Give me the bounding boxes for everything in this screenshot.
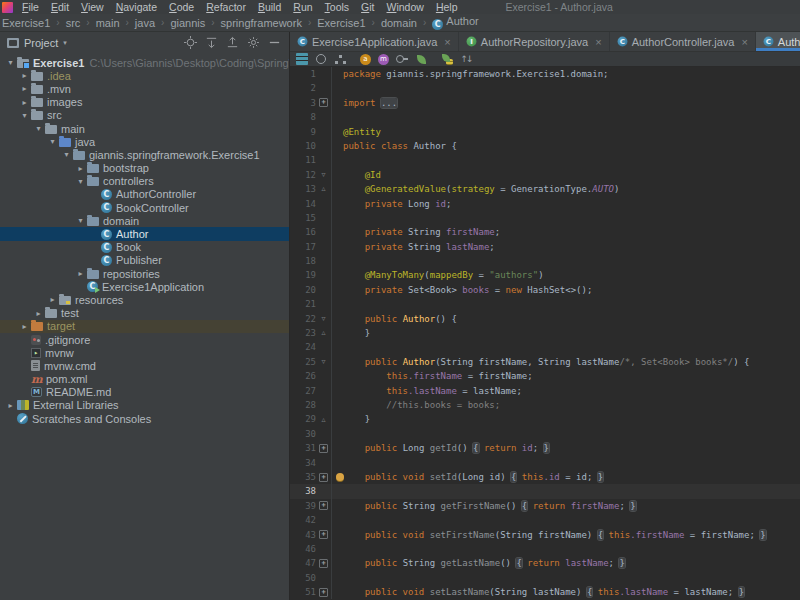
tree-item-resources[interactable]: ▸resources bbox=[0, 293, 289, 306]
code-line-10[interactable]: 10public class Author { bbox=[290, 139, 800, 153]
menu-edit[interactable]: Edit bbox=[45, 1, 75, 13]
chevron-collapsed-icon[interactable]: ▸ bbox=[74, 269, 87, 278]
fold-region-icon[interactable]: ▿ bbox=[316, 312, 332, 326]
code-line-16[interactable]: 16 private String firstName; bbox=[290, 225, 800, 239]
code-line-42[interactable]: 42 bbox=[290, 513, 800, 527]
locate-file-icon[interactable] bbox=[184, 36, 197, 49]
fold-expand-icon[interactable]: + bbox=[316, 441, 332, 455]
breadcrumb-item-main[interactable]: main bbox=[94, 17, 122, 29]
menu-git[interactable]: Git bbox=[355, 1, 380, 13]
code-line-29[interactable]: 29▵ } bbox=[290, 412, 800, 426]
key-icon[interactable] bbox=[396, 53, 408, 65]
menu-code[interactable]: Code bbox=[163, 1, 200, 13]
tree-item-controllers[interactable]: ▾controllers bbox=[0, 175, 289, 188]
fold-region-icon[interactable]: ▿ bbox=[316, 168, 332, 182]
fold-expand-icon[interactable]: + bbox=[316, 96, 332, 110]
chevron-expanded-icon[interactable]: ▾ bbox=[74, 177, 87, 186]
code-line-14[interactable]: 14 private Long id; bbox=[290, 197, 800, 211]
tree-item-main[interactable]: ▾main bbox=[0, 122, 289, 135]
code-line-8[interactable]: 8 bbox=[290, 110, 800, 124]
code-line-13[interactable]: 13▵ @GeneratedValue(strategy = Generatio… bbox=[290, 182, 800, 196]
breadcrumb-item-src[interactable]: src bbox=[64, 17, 83, 29]
fold-plus-icon[interactable]: + bbox=[319, 559, 328, 568]
code-line-12[interactable]: 12▿ @Id bbox=[290, 168, 800, 182]
tree-item-java[interactable]: ▾java bbox=[0, 135, 289, 148]
code-line-30[interactable]: 30 bbox=[290, 427, 800, 441]
menu-help[interactable]: Help bbox=[430, 1, 464, 13]
code-line-43[interactable]: 43+ public void setFirstName(String firs… bbox=[290, 528, 800, 542]
fold-expand-icon[interactable]: + bbox=[316, 470, 332, 484]
tree-item-publisher[interactable]: Publisher bbox=[0, 254, 289, 267]
close-tab-icon[interactable]: × bbox=[444, 36, 450, 48]
code-line-25[interactable]: 25▿ public Author(String firstName, Stri… bbox=[290, 355, 800, 369]
chevron-collapsed-icon[interactable]: ▸ bbox=[18, 84, 31, 93]
tree-item-bootstrap[interactable]: ▸bootstrap bbox=[0, 162, 289, 175]
breadcrumb-item-exercise1[interactable]: Exercise1 bbox=[0, 17, 52, 29]
tree-item-bookcontroller[interactable]: BookController bbox=[0, 201, 289, 214]
fold-expand-icon[interactable]: + bbox=[316, 585, 332, 599]
menu-navigate[interactable]: Navigate bbox=[110, 1, 163, 13]
code-line-31[interactable]: 31+ public Long getId() { return id; } bbox=[290, 441, 800, 455]
chevron-collapsed-icon[interactable]: ▸ bbox=[18, 71, 31, 80]
fold-plus-icon[interactable]: + bbox=[319, 98, 328, 107]
close-tab-icon[interactable]: × bbox=[741, 36, 747, 48]
tree-item-author[interactable]: Author bbox=[0, 227, 289, 240]
menu-view[interactable]: View bbox=[75, 1, 110, 13]
code-line-9[interactable]: 9@Entity bbox=[290, 125, 800, 139]
tree-item-book[interactable]: Book bbox=[0, 241, 289, 254]
tree-item-src[interactable]: ▾src bbox=[0, 109, 289, 122]
menu-run[interactable]: Run bbox=[287, 1, 318, 13]
fold-region-icon[interactable]: ▵ bbox=[316, 412, 332, 426]
code-line-50[interactable]: 50 bbox=[290, 571, 800, 585]
chevron-collapsed-icon[interactable]: ▸ bbox=[74, 164, 87, 173]
menu-refactor[interactable]: Refactor bbox=[200, 1, 252, 13]
code-line-19[interactable]: 19 @ManyToMany(mappedBy = "authors") bbox=[290, 268, 800, 282]
target-icon[interactable] bbox=[315, 53, 327, 65]
code-editor[interactable]: 1package giannis.springframework.Exercis… bbox=[290, 67, 800, 600]
tab-exercise1application-java[interactable]: Exercise1Application.java× bbox=[290, 32, 459, 51]
code-line-46[interactable]: 46 bbox=[290, 542, 800, 556]
code-line-22[interactable]: 22▿ public Author() { bbox=[290, 312, 800, 326]
code-line-34[interactable]: 34 bbox=[290, 456, 800, 470]
menu-window[interactable]: Window bbox=[381, 1, 430, 13]
chevron-collapsed-icon[interactable]: ▸ bbox=[46, 295, 59, 304]
breadcrumb-item-exercise1[interactable]: Exercise1 bbox=[315, 17, 367, 29]
ddl-icon[interactable] bbox=[296, 53, 308, 65]
structure-icon[interactable] bbox=[334, 53, 346, 65]
tab-author-java[interactable]: Author.java× bbox=[756, 32, 800, 51]
tree-item-images[interactable]: ▸images bbox=[0, 96, 289, 109]
code-line-15[interactable]: 15 bbox=[290, 211, 800, 225]
tree-item-scratches-and-consoles[interactable]: Scratches and Consoles bbox=[0, 412, 289, 425]
project-panel-title[interactable]: Project bbox=[24, 37, 58, 49]
code-line-27[interactable]: 27 this.lastName = lastName; bbox=[290, 384, 800, 398]
fold-region-icon[interactable]: ▵ bbox=[316, 182, 332, 196]
annotation-a-icon[interactable] bbox=[360, 54, 371, 65]
code-line-28[interactable]: 28 //this.books = books; bbox=[290, 398, 800, 412]
fold-expand-icon[interactable]: + bbox=[316, 528, 332, 542]
code-line-26[interactable]: 26 this.firstName = firstName; bbox=[290, 369, 800, 383]
code-line-47[interactable]: 47+ public String getLastName() { return… bbox=[290, 556, 800, 570]
tree-item-target[interactable]: ▸target bbox=[0, 320, 289, 333]
tree-item-gitignore[interactable]: .gitignore bbox=[0, 333, 289, 346]
tree-item-giannis-springframework-exercise1[interactable]: ▾giannis.springframework.Exercise1 bbox=[0, 148, 289, 161]
tree-item-exercise1[interactable]: ▾Exercise1C:\Users\Giannis\Desktop\Codin… bbox=[0, 56, 289, 69]
chevron-down-icon[interactable]: ▾ bbox=[63, 39, 67, 47]
fold-expand-icon[interactable]: + bbox=[316, 499, 332, 513]
code-line-11[interactable]: 11 bbox=[290, 153, 800, 167]
tree-item-repositories[interactable]: ▸repositories bbox=[0, 267, 289, 280]
code-line-3[interactable]: 3+import ... bbox=[290, 96, 800, 110]
code-line-51[interactable]: 51+ public void setLastName(String lastN… bbox=[290, 585, 800, 599]
code-line-17[interactable]: 17 private String lastName; bbox=[290, 240, 800, 254]
fold-plus-icon[interactable]: + bbox=[319, 530, 328, 539]
code-line-39[interactable]: 39+ public String getFirstName() { retur… bbox=[290, 499, 800, 513]
fold-region-icon[interactable]: ▿ bbox=[316, 355, 332, 369]
tab-authorcontroller-java[interactable]: AuthorController.java× bbox=[610, 32, 756, 51]
tree-item-mvnw-cmd[interactable]: mvnw.cmd bbox=[0, 359, 289, 372]
menu-file[interactable]: File bbox=[16, 1, 45, 13]
tree-item-external-libraries[interactable]: ▸External Libraries bbox=[0, 399, 289, 412]
code-line-1[interactable]: 1package giannis.springframework.Exercis… bbox=[290, 67, 800, 81]
chevron-expanded-icon[interactable]: ▾ bbox=[74, 216, 87, 225]
breadcrumb-item-giannis[interactable]: giannis bbox=[168, 17, 207, 29]
tree-item-exercise1application[interactable]: Exercise1Application bbox=[0, 280, 289, 293]
tree-item-idea[interactable]: ▸.idea bbox=[0, 69, 289, 82]
